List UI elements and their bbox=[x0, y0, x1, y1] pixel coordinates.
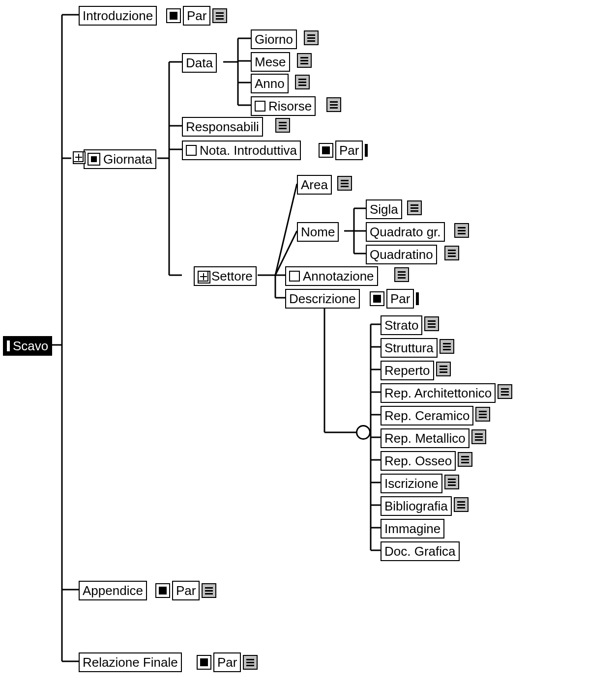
node-scavo[interactable]: Scavo bbox=[3, 336, 52, 356]
list-icon bbox=[275, 118, 290, 133]
par-label: Par bbox=[187, 9, 206, 22]
list-icon bbox=[243, 655, 258, 670]
list-icon bbox=[440, 339, 454, 354]
node-rep-ceramico-label: Rep. Ceramico bbox=[384, 409, 469, 422]
node-nota-introduttiva-label: Nota. Introduttiva bbox=[200, 144, 297, 157]
node-responsabili[interactable]: Responsabili bbox=[182, 117, 263, 137]
node-scavo-label: Scavo bbox=[13, 340, 48, 352]
par-box[interactable]: Par bbox=[386, 289, 414, 309]
node-data[interactable]: Data bbox=[182, 53, 217, 73]
par-label: Par bbox=[339, 144, 359, 157]
node-doc-grafica-label: Doc. Grafica bbox=[384, 545, 456, 558]
node-quadrato-gr-label: Quadrato gr. bbox=[370, 226, 441, 238]
required-icon bbox=[319, 143, 333, 158]
node-immagine[interactable]: Immagine bbox=[381, 519, 444, 538]
node-immagine-label: Immagine bbox=[384, 522, 440, 535]
list-icon bbox=[458, 452, 472, 467]
node-strato[interactable]: Strato bbox=[381, 315, 422, 335]
par-box[interactable]: Par bbox=[335, 141, 363, 160]
node-anno[interactable]: Anno bbox=[251, 74, 289, 93]
node-mese[interactable]: Mese bbox=[251, 52, 290, 72]
node-relazione-finale[interactable]: Relazione Finale bbox=[79, 652, 182, 672]
par-box[interactable]: Par bbox=[172, 581, 200, 600]
node-risorse[interactable]: Risorse bbox=[251, 96, 316, 116]
node-appendice-label: Appendice bbox=[83, 584, 143, 597]
node-iscrizione[interactable]: Iscrizione bbox=[381, 474, 442, 493]
par-box[interactable]: Par bbox=[213, 652, 241, 672]
optional-icon bbox=[289, 271, 300, 282]
node-reperto-label: Reperto bbox=[384, 364, 430, 377]
par-appendice: Par bbox=[155, 581, 216, 600]
node-area[interactable]: Area bbox=[297, 175, 332, 195]
node-anno-label: Anno bbox=[255, 77, 285, 90]
node-doc-grafica[interactable]: Doc. Grafica bbox=[381, 541, 460, 561]
list-icon bbox=[454, 497, 469, 512]
node-nota-introduttiva[interactable]: Nota. Introduttiva bbox=[182, 141, 301, 160]
node-descrizione[interactable]: Descrizione bbox=[285, 289, 360, 309]
node-settore[interactable]: Settore bbox=[194, 266, 257, 286]
node-rep-metallico-label: Rep. Metallico bbox=[384, 432, 466, 445]
par-label: Par bbox=[217, 656, 237, 669]
required-icon bbox=[155, 583, 170, 598]
list-icon bbox=[475, 407, 490, 422]
par-label: Par bbox=[390, 292, 410, 305]
node-rep-osseo-label: Rep. Osseo bbox=[384, 454, 452, 467]
list-icon bbox=[407, 200, 422, 215]
list-icon bbox=[212, 8, 227, 23]
required-icon bbox=[166, 8, 181, 23]
node-area-label: Area bbox=[301, 178, 328, 191]
list-icon bbox=[498, 384, 512, 399]
node-struttura[interactable]: Struttura bbox=[381, 338, 438, 358]
node-quadratino[interactable]: Quadratino bbox=[366, 245, 437, 264]
par-relazione-finale: Par bbox=[197, 652, 258, 672]
node-quadratino-label: Quadratino bbox=[370, 248, 433, 261]
list-icon bbox=[202, 583, 216, 598]
list-icon bbox=[337, 176, 352, 191]
node-nome[interactable]: Nome bbox=[297, 222, 339, 242]
node-sigla[interactable]: Sigla bbox=[366, 199, 402, 219]
required-icon bbox=[370, 291, 384, 306]
node-reperto[interactable]: Reperto bbox=[381, 361, 434, 380]
par-label: Par bbox=[176, 584, 196, 597]
par-descrizione: Par bbox=[370, 289, 419, 309]
list-icon bbox=[295, 75, 310, 89]
node-giorno[interactable]: Giorno bbox=[251, 29, 297, 49]
node-strato-label: Strato bbox=[384, 319, 418, 332]
node-rep-architettonico-label: Rep. Architettonico bbox=[384, 387, 492, 399]
list-icon bbox=[424, 316, 439, 331]
node-introduzione-label: Introduzione bbox=[83, 9, 153, 22]
node-responsabili-label: Responsabili bbox=[186, 120, 259, 133]
node-annotazione-label: Annotazione bbox=[303, 270, 374, 283]
list-icon bbox=[436, 362, 451, 376]
bar-icon bbox=[365, 144, 368, 157]
root-marker-icon bbox=[7, 340, 10, 351]
node-descrizione-label: Descrizione bbox=[289, 292, 356, 305]
node-struttura-label: Struttura bbox=[384, 341, 434, 354]
node-rep-osseo[interactable]: Rep. Osseo bbox=[381, 451, 456, 471]
node-iscrizione-label: Iscrizione bbox=[384, 477, 439, 490]
optional-icon bbox=[255, 101, 265, 112]
choice-icon bbox=[356, 425, 371, 440]
node-giornata[interactable]: Giornata bbox=[84, 149, 156, 169]
node-annotazione[interactable]: Annotazione bbox=[285, 266, 378, 286]
list-icon bbox=[444, 246, 459, 260]
node-quadrato-gr[interactable]: Quadrato gr. bbox=[366, 222, 445, 242]
node-rep-metallico[interactable]: Rep. Metallico bbox=[381, 428, 469, 448]
list-icon bbox=[297, 53, 312, 68]
node-appendice[interactable]: Appendice bbox=[79, 581, 147, 600]
list-icon bbox=[304, 30, 319, 45]
list-icon bbox=[471, 429, 486, 444]
node-rep-architettonico[interactable]: Rep. Architettonico bbox=[381, 383, 496, 403]
optional-icon bbox=[186, 145, 197, 156]
required-icon bbox=[197, 655, 211, 670]
node-rep-ceramico[interactable]: Rep. Ceramico bbox=[381, 406, 473, 425]
node-data-label: Data bbox=[186, 57, 213, 69]
node-introduzione[interactable]: Introduzione bbox=[79, 6, 157, 26]
list-icon bbox=[394, 267, 409, 282]
node-bibliografia[interactable]: Bibliografia bbox=[381, 496, 452, 516]
list-icon bbox=[326, 97, 341, 112]
node-relazione-finale-label: Relazione Finale bbox=[83, 656, 178, 669]
par-introduzione: Par bbox=[166, 6, 227, 26]
par-box[interactable]: Par bbox=[183, 6, 210, 26]
node-giorno-label: Giorno bbox=[255, 33, 293, 46]
